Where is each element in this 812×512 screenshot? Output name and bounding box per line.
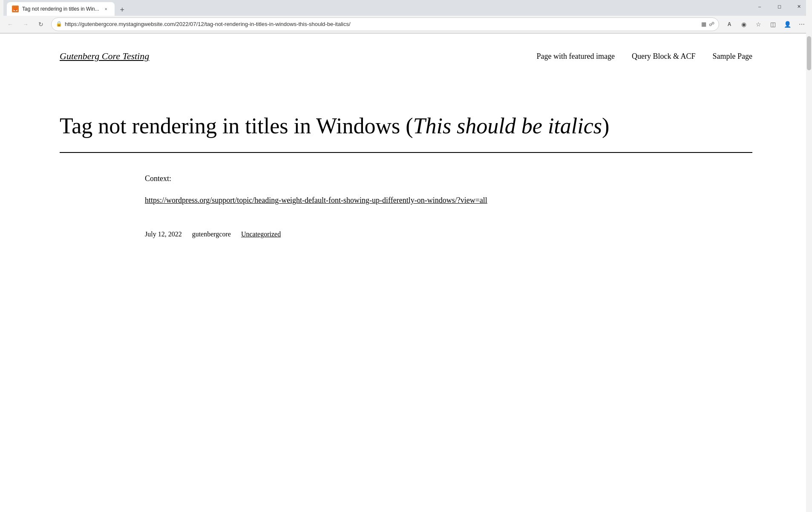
active-tab[interactable]: 🦊 Tag not rendering in titles in Win... … [7, 2, 115, 16]
text-zoom-button[interactable]: A [723, 17, 736, 31]
site-nav: Page with featured image Query Block & A… [537, 52, 752, 61]
tab-title: Tag not rendering in titles in Win... [22, 6, 99, 12]
site-header: Gutenberg Core Testing Page with feature… [0, 34, 812, 79]
back-button[interactable]: ← [3, 17, 17, 31]
toolbar-actions: A ◉ ☆ ◫ 👤 ⋯ [723, 17, 809, 31]
favorites-button[interactable]: ☆ [752, 17, 765, 31]
tab-bar: 🦊 Tag not rendering in titles in Win... … [3, 0, 809, 16]
tracking-prevention-button[interactable]: ◉ [737, 17, 751, 31]
lock-icon: 🔒 [56, 21, 62, 27]
post-link[interactable]: https://wordpress.org/support/topic/head… [145, 196, 667, 205]
post-author: gutenbergcore [192, 230, 231, 238]
collections-button[interactable]: ◫ [766, 17, 780, 31]
nav-link-featured[interactable]: Page with featured image [537, 52, 615, 61]
address-bar[interactable]: 🔒 ▦ ☍ [51, 17, 719, 31]
nav-link-sample[interactable]: Sample Page [713, 52, 752, 61]
split-tabs-icon[interactable]: ☍ [709, 21, 714, 28]
reader-view-icon[interactable]: ▦ [701, 21, 706, 28]
post-title-suffix: ) [602, 114, 609, 138]
scrollbar[interactable] [806, 0, 812, 512]
browser-toolbar: ← → ↻ 🔒 ▦ ☍ A ◉ ☆ ◫ 👤 ⋯ [0, 15, 812, 33]
main-content: Tag not rendering in titles in Windows (… [0, 79, 812, 264]
scrollbar-thumb[interactable] [807, 36, 811, 70]
context-label: Context: [145, 174, 667, 183]
post-body: Context: https://wordpress.org/support/t… [60, 174, 752, 238]
nav-link-query[interactable]: Query Block & ACF [632, 52, 696, 61]
post-title: Tag not rendering in titles in Windows (… [60, 113, 752, 139]
tab-favicon: 🦊 [12, 6, 19, 12]
maximize-button[interactable]: ◻ [769, 0, 789, 13]
post-meta: July 12, 2022 gutenbergcore Uncategorize… [145, 230, 667, 238]
window-controls: – ◻ ✕ [750, 0, 809, 13]
profile-button[interactable]: 👤 [780, 17, 794, 31]
address-input[interactable] [65, 21, 699, 27]
title-divider [60, 152, 752, 153]
new-tab-button[interactable]: + [116, 4, 128, 16]
post-title-normal: Tag not rendering in titles in Windows ( [60, 114, 413, 138]
tab-close-button[interactable]: × [103, 6, 109, 12]
title-bar: 🦊 Tag not rendering in titles in Win... … [0, 0, 812, 15]
browser-chrome: 🦊 Tag not rendering in titles in Win... … [0, 0, 812, 34]
post-category[interactable]: Uncategorized [241, 230, 281, 238]
post-date: July 12, 2022 [145, 230, 182, 238]
minimize-button[interactable]: – [750, 0, 769, 13]
refresh-button[interactable]: ↻ [34, 17, 48, 31]
page-wrapper: Gutenberg Core Testing Page with feature… [0, 34, 812, 502]
post-title-italic: This should be italics [413, 114, 602, 138]
site-title[interactable]: Gutenberg Core Testing [60, 51, 149, 62]
forward-button[interactable]: → [19, 17, 32, 31]
